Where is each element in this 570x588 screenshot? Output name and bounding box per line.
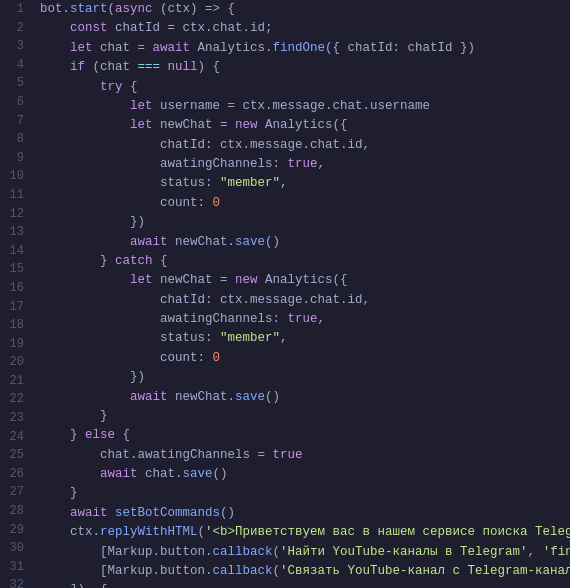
token: awatingChannels: xyxy=(40,157,288,171)
token: Analytics. xyxy=(190,41,273,55)
token xyxy=(40,506,70,520)
token: "member" xyxy=(220,331,280,345)
line-number: 22 xyxy=(0,390,24,409)
token: . xyxy=(63,2,71,16)
token: () xyxy=(265,390,280,404)
token xyxy=(40,99,130,113)
line-number: 17 xyxy=(0,298,24,317)
code-line: const chatId = ctx.chat.id; xyxy=(40,19,570,38)
token xyxy=(40,235,130,249)
token: await xyxy=(100,467,138,481)
token: } xyxy=(40,428,85,442)
token xyxy=(40,273,130,287)
token: , xyxy=(280,331,288,345)
token xyxy=(40,60,70,74)
token: callback xyxy=(213,545,273,559)
line-number: 26 xyxy=(0,465,24,484)
code-line: [Markup.button.callback('Связать YouTube… xyxy=(40,562,570,581)
token xyxy=(40,80,100,94)
token: }) xyxy=(40,370,145,384)
line-number: 25 xyxy=(0,446,24,465)
line-number: 19 xyxy=(0,335,24,354)
token: status: xyxy=(40,331,220,345)
code-editor: 1234567891011121314151617181920212223242… xyxy=(0,0,570,588)
token xyxy=(40,118,130,132)
line-number: 1 xyxy=(0,0,24,19)
code-line: } else { xyxy=(40,426,570,445)
token: ) => { xyxy=(190,2,235,16)
token: () xyxy=(265,235,280,249)
token: ( xyxy=(198,525,206,539)
line-number: 18 xyxy=(0,316,24,335)
token: let xyxy=(130,99,153,113)
token xyxy=(40,390,130,404)
code-line: let newChat = new Analytics({ xyxy=(40,271,570,290)
code-line: status: "member", xyxy=(40,174,570,193)
code-line: try { xyxy=(40,78,570,97)
line-number: 21 xyxy=(0,372,24,391)
code-line: if (chat === null) { xyxy=(40,58,570,77)
token: replyWithHTML xyxy=(100,525,198,539)
token: const xyxy=(70,21,108,35)
line-number: 7 xyxy=(0,112,24,131)
token: } xyxy=(40,409,108,423)
token: else xyxy=(85,428,115,442)
token: ( xyxy=(108,2,116,16)
token: , xyxy=(318,312,326,326)
token: newChat. xyxy=(168,390,236,404)
token: try xyxy=(100,80,123,94)
token: ( xyxy=(153,2,168,16)
token: await xyxy=(153,41,191,55)
token: let xyxy=(130,118,153,132)
token: chat = xyxy=(93,41,153,55)
token xyxy=(40,41,70,55)
token: [Markup.button. xyxy=(40,564,213,578)
token: async xyxy=(115,2,153,16)
code-line: status: "member", xyxy=(40,329,570,348)
code-line: let username = ctx.message.chat.username xyxy=(40,97,570,116)
line-number: 3 xyxy=(0,37,24,56)
line-number: 12 xyxy=(0,205,24,224)
code-line: [Markup.button.callback('Найти YouTube-к… xyxy=(40,543,570,562)
token: { xyxy=(123,80,138,94)
token: save xyxy=(235,390,265,404)
token: , xyxy=(318,157,326,171)
token: chatId: ctx.message.chat.id, xyxy=(40,293,370,307)
token xyxy=(40,21,70,35)
token: status: xyxy=(40,176,220,190)
code-line: chat.awatingChannels = true xyxy=(40,446,570,465)
line-number: 32 xyxy=(0,576,24,588)
token: username = ctx.message.chat.username xyxy=(153,99,431,113)
token: bot xyxy=(40,2,63,16)
code-line: } xyxy=(40,407,570,426)
code-line: await chat.save() xyxy=(40,465,570,484)
line-number: 10 xyxy=(0,167,24,186)
token: ) { xyxy=(198,60,221,74)
token: ( xyxy=(273,545,281,559)
token: 0 xyxy=(213,351,221,365)
line-number: 11 xyxy=(0,186,24,205)
code-line: }) xyxy=(40,368,570,387)
line-number: 23 xyxy=(0,409,24,428)
token: let xyxy=(70,41,93,55)
code-line: await newChat.save() xyxy=(40,388,570,407)
code-line: } xyxy=(40,484,570,503)
token: () xyxy=(220,506,235,520)
token: (chat xyxy=(85,60,138,74)
code-line: bot.start(async (ctx) => { xyxy=(40,0,570,19)
token: ( xyxy=(273,564,281,578)
line-numbers: 1234567891011121314151617181920212223242… xyxy=(0,0,30,588)
token: callback xyxy=(213,564,273,578)
line-number: 27 xyxy=(0,483,24,502)
token: if xyxy=(70,60,85,74)
token: ]), { xyxy=(40,583,108,588)
code-line: ctx.replyWithHTML('<b>Приветствуем вас в… xyxy=(40,523,570,542)
token: findOne xyxy=(273,41,326,55)
token: new xyxy=(235,273,258,287)
token: 'Найти YouTube-каналы в Telegram' xyxy=(280,545,528,559)
token: save xyxy=(183,467,213,481)
line-number: 2 xyxy=(0,19,24,38)
code-line: awatingChannels: true, xyxy=(40,155,570,174)
line-number: 6 xyxy=(0,93,24,112)
code-line: let newChat = new Analytics({ xyxy=(40,116,570,135)
